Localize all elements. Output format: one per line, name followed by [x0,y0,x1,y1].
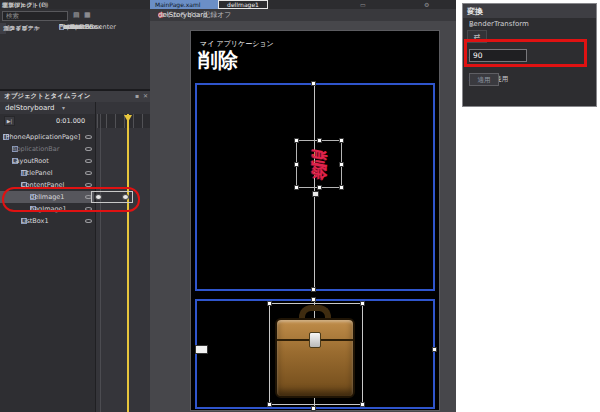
resize-handle[interactable] [311,297,316,302]
selected-element-chip: delImage1 [218,0,268,9]
tree-item-label: delImage1 [30,193,64,201]
resize-handle[interactable] [339,185,344,190]
banner-status: タイムライン 記録オフ [158,10,232,20]
page-title: 削除 [198,47,238,74]
tree-row-phoneapplicationpage[interactable]: ▾[PhoneApplicationPage] [0,131,151,143]
screenshot-root: ファイル(F)編集(E)表示(V)プロジェクト(P)オブジェクト(O) Main… [0,0,600,412]
size-tooltip [195,345,208,354]
keyframe-icon[interactable] [95,194,102,200]
blend-window: ファイル(F)編集(E)表示(V)プロジェクト(P)オブジェクト(O) Main… [0,0,456,412]
resize-handle[interactable] [317,185,322,190]
resize-handle[interactable] [311,406,316,411]
asset-category-count: 13 [3,25,11,32]
asset-item[interactable]: Popup [57,23,59,31]
tree-row-contentpanel[interactable]: ▾ContentPanel [0,179,151,191]
transform-title: 変換 [467,6,483,17]
resize-handle[interactable] [294,162,299,167]
artboard: delStoryboard タイムライン 記録オフ マイ アプリケーション 削除… [150,9,456,412]
tree-item-label: [PhoneApplicationPage] [3,133,80,141]
angle-input[interactable] [469,49,527,62]
tree-row-layoutroot[interactable]: ▾LayoutRoot [0,155,151,167]
visibility-eye-icon[interactable] [85,219,92,223]
briefcase-body [275,318,355,398]
transform-panel: ▾ 変換 RenderTransform ▪ ↔⟳⊡▱⊕⇄ Angle 相対値の… [462,3,597,107]
resize-handle[interactable] [432,347,437,352]
tree-row-applicationbar[interactable]: ApplicationBar [0,143,151,155]
stamp-image-selection[interactable]: 削除 [296,140,342,188]
resize-handle[interactable] [339,138,344,143]
objects-timeline-panel: オブジェクトとタイムライン ▪ ✕ delStoryboard ▾ ＋ ✕ |◀… [0,90,151,412]
asset-item-list: BorderButtonCheckBoxContentPresenterList… [57,23,151,89]
transform-header[interactable]: ▾ 変換 [463,4,596,18]
tree-item-label: ApplicationBar [12,145,59,153]
resize-handle[interactable] [294,138,299,143]
tree-item-label: LayoutRoot [12,157,49,165]
transform-tab-strip: ↔⟳⊡▱⊕⇄ [467,30,593,43]
resize-handle[interactable] [267,402,272,407]
tree-row-bagimage1[interactable]: bagImage1 [0,203,151,215]
resize-handle[interactable] [360,301,365,306]
resize-handle[interactable] [339,162,344,167]
content-panel-region[interactable]: 削除 [195,83,435,291]
resize-handle[interactable] [311,287,316,292]
flip-tab[interactable]: ⇄ [467,30,487,43]
resize-handle[interactable] [294,185,299,190]
briefcase-image[interactable] [275,305,355,401]
visibility-eye-icon[interactable] [85,159,92,163]
menu-bar: ファイル(F)編集(E)表示(V)プロジェクト(P)オブジェクト(O) [0,0,150,9]
list-view-icon[interactable]: ▤ [73,11,80,19]
menu-item[interactable]: オブジェクト(O) [2,1,48,9]
object-tree: ▾[PhoneApplicationPage]ApplicationBar▾La… [0,91,151,412]
search-input[interactable] [2,11,68,21]
tree-item-label: ListBox1 [21,217,49,225]
stamp-image[interactable]: 削除 [296,138,342,190]
property-marker-icon[interactable]: ▪ [469,21,473,28]
phone-design-surface[interactable]: マイ アプリケーション 削除 削除 [190,30,440,411]
tree-row-titlepanel[interactable]: ▸TitlePanel [0,167,151,179]
asset-category[interactable]: カテゴリ13 [0,23,6,34]
visibility-eye-icon[interactable] [85,135,92,139]
asset-category-list: プロジェクト11コントロール10ビヘイビアー15シェイプ11スタイル13カテゴリ… [0,23,56,89]
rendertransform-label: RenderTransform [469,20,529,28]
visibility-eye-icon[interactable] [85,183,92,187]
panel-toggle-icon[interactable]: ▭ [360,1,366,8]
visibility-eye-icon[interactable] [85,147,92,151]
resize-handle[interactable] [311,81,316,86]
resize-handle[interactable] [267,301,272,306]
artboard-header: MainPage.xaml delImage1 ▭ ⚙ [150,0,456,9]
briefcase-clasp [309,332,321,348]
assets-panel: ▤ ▦ プロジェクト11コントロール10ビヘイビアー15シェイプ11スタイル13… [0,9,151,90]
visibility-eye-icon[interactable] [85,207,92,211]
transform-footer: 相対値の使用 適用 [463,70,596,88]
resize-handle[interactable] [317,138,322,143]
tree-item-label: ContentPanel [21,181,64,189]
tree-row-listbox1[interactable]: ListBox1 [0,215,151,227]
tree-item-label: bagImage1 [30,205,67,213]
resize-handle[interactable] [360,402,365,407]
rendertransform-row: RenderTransform ▪ [463,18,596,30]
angle-row: Angle [463,43,596,67]
anchor-point-handle[interactable] [312,191,319,197]
grid-view-icon[interactable]: ▦ [84,11,91,19]
apply-button[interactable]: 適用 [469,73,499,86]
storyboard-recording-banner: delStoryboard タイムライン 記録オフ [150,9,456,21]
tree-item-label: TitlePanel [21,169,52,177]
visibility-eye-icon[interactable] [85,171,92,175]
keyframe-icon[interactable] [122,194,129,200]
asset-item-label: Popup [59,23,79,31]
gear-icon[interactable]: ⚙ [424,1,429,8]
listbox-region[interactable] [195,299,435,409]
